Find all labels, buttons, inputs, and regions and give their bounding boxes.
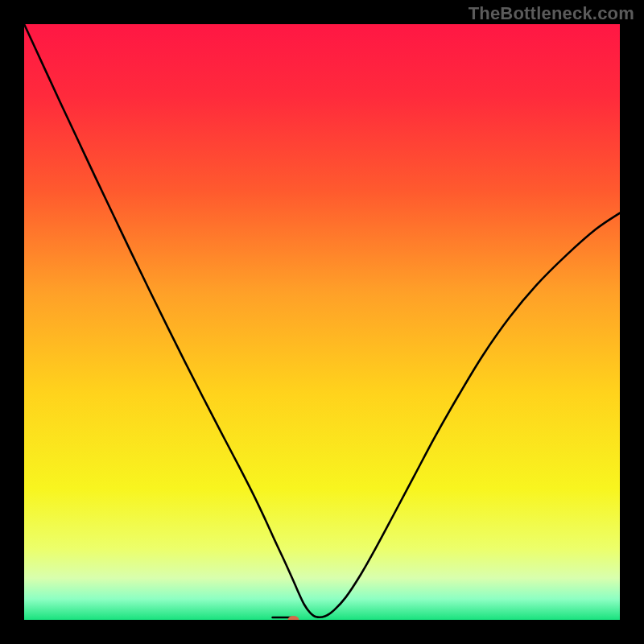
chart-frame: TheBottleneck.com <box>0 0 644 644</box>
watermark-text: TheBottleneck.com <box>469 3 634 24</box>
chart-svg <box>24 24 620 620</box>
plot-area <box>24 24 620 620</box>
gradient-background <box>24 24 620 620</box>
